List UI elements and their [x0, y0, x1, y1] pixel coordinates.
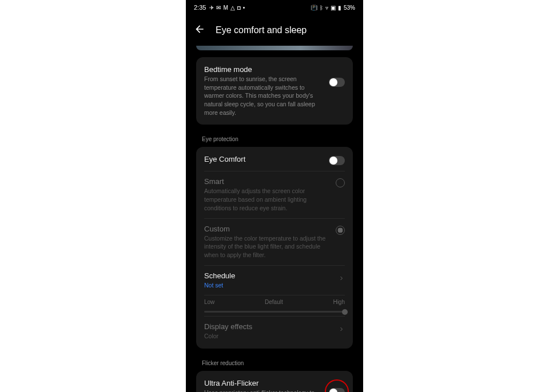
- wifi-icon: ▿: [325, 5, 328, 11]
- phone-frame: 2:35 ✈ ✉ M △ ◘ • 📳 ᛒ ▿ ▣ ▮ 53% Eye comfo…: [186, 0, 363, 392]
- custom-row[interactable]: Custom Customize the color temperature t…: [204, 218, 345, 265]
- mail-icon: ✉: [216, 5, 221, 11]
- app-icon: ◘: [237, 5, 241, 11]
- bedtime-mode-card: Bedtime mode From sunset to sunrise, the…: [196, 57, 353, 125]
- chevron-right-icon: [338, 325, 345, 335]
- smart-title: Smart: [204, 177, 330, 186]
- slider-label-low: Low: [204, 299, 214, 305]
- flicker-reduction-section-label: Flicker reduction: [196, 357, 353, 371]
- intensity-slider-area: Low Default High: [204, 295, 345, 313]
- bedtime-desc: From sunset to sunrise, the screen tempe…: [204, 75, 323, 117]
- battery-icon: ▮: [338, 5, 341, 11]
- eye-comfort-title: Eye Comfort: [204, 155, 323, 163]
- battery-percent: 53%: [344, 5, 355, 11]
- slider-label-default: Default: [265, 299, 283, 305]
- vibrate-icon: 📳: [311, 5, 317, 11]
- preview-image-strip: [196, 46, 353, 50]
- chevron-right-icon: [338, 274, 345, 284]
- telegram-icon: ✈: [209, 5, 214, 11]
- ultra-anti-flicker-toggle[interactable]: [329, 388, 345, 392]
- custom-radio[interactable]: [336, 226, 345, 235]
- schedule-title: Schedule: [204, 271, 332, 280]
- display-effects-value: Color: [204, 332, 332, 341]
- drive-icon: △: [230, 5, 235, 11]
- custom-title: Custom: [204, 225, 330, 233]
- cast-icon: ▣: [331, 5, 336, 11]
- schedule-row[interactable]: Schedule Not set: [204, 265, 345, 295]
- bedtime-title: Bedtime mode: [204, 65, 323, 74]
- eye-comfort-row[interactable]: Eye Comfort: [204, 149, 345, 171]
- schedule-value: Not set: [204, 281, 332, 290]
- ultra-desc: Uses proprietary anti-flicker technology…: [204, 389, 323, 392]
- page-title: Eye comfort and sleep: [216, 25, 307, 35]
- settings-content: Bedtime mode From sunset to sunrise, the…: [186, 46, 363, 392]
- display-effects-title: Display effects: [204, 322, 332, 331]
- intensity-slider[interactable]: [204, 311, 345, 313]
- display-effects-row[interactable]: Display effects Color: [204, 316, 345, 346]
- smart-radio[interactable]: [336, 178, 345, 187]
- bluetooth-icon: ᛒ: [320, 5, 323, 11]
- slider-thumb[interactable]: [342, 309, 348, 315]
- slider-label-high: High: [333, 299, 345, 305]
- eye-protection-section-label: Eye protection: [196, 133, 353, 147]
- status-bar: 2:35 ✈ ✉ M △ ◘ • 📳 ᛒ ▿ ▣ ▮ 53%: [186, 0, 363, 15]
- status-time: 2:35: [194, 4, 206, 11]
- back-button[interactable]: [194, 23, 205, 37]
- eye-comfort-toggle[interactable]: [329, 156, 345, 165]
- ultra-anti-flicker-card: Ultra Anti-Flicker Uses proprietary anti…: [196, 371, 353, 392]
- smart-row[interactable]: Smart Automatically adjusts the screen c…: [204, 171, 345, 218]
- bedtime-toggle[interactable]: [329, 78, 345, 87]
- eye-protection-card: Eye Comfort Smart Automatically adjusts …: [196, 147, 353, 349]
- app-bar: Eye comfort and sleep: [186, 15, 363, 46]
- dot-icon: •: [243, 5, 245, 11]
- ultra-title: Ultra Anti-Flicker: [204, 379, 323, 387]
- smart-desc: Automatically adjusts the screen color t…: [204, 187, 330, 212]
- gmail-icon: M: [223, 5, 228, 11]
- custom-desc: Customize the color temperature to adjus…: [204, 234, 330, 259]
- status-notification-icons: ✈ ✉ M △ ◘ •: [209, 5, 245, 11]
